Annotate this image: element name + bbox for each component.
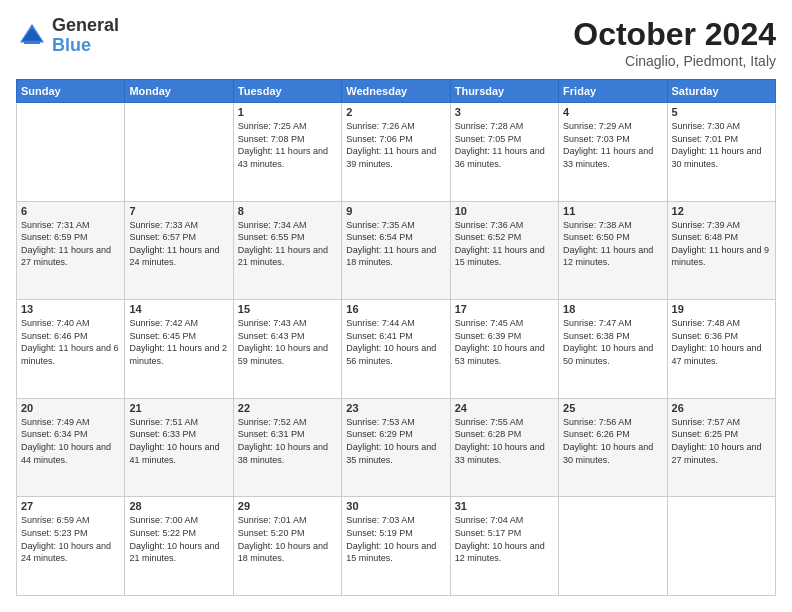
cell-info: Sunrise: 7:04 AM Sunset: 5:17 PM Dayligh… bbox=[455, 514, 554, 564]
calendar-cell bbox=[559, 497, 667, 596]
calendar-cell: 31Sunrise: 7:04 AM Sunset: 5:17 PM Dayli… bbox=[450, 497, 558, 596]
day-number: 31 bbox=[455, 500, 554, 512]
col-header-tuesday: Tuesday bbox=[233, 80, 341, 103]
calendar-cell: 17Sunrise: 7:45 AM Sunset: 6:39 PM Dayli… bbox=[450, 300, 558, 399]
calendar-cell: 22Sunrise: 7:52 AM Sunset: 6:31 PM Dayli… bbox=[233, 398, 341, 497]
cell-info: Sunrise: 7:29 AM Sunset: 7:03 PM Dayligh… bbox=[563, 120, 662, 170]
day-number: 8 bbox=[238, 205, 337, 217]
day-number: 23 bbox=[346, 402, 445, 414]
cell-info: Sunrise: 7:34 AM Sunset: 6:55 PM Dayligh… bbox=[238, 219, 337, 269]
day-number: 25 bbox=[563, 402, 662, 414]
calendar-week-row: 13Sunrise: 7:40 AM Sunset: 6:46 PM Dayli… bbox=[17, 300, 776, 399]
day-number: 19 bbox=[672, 303, 771, 315]
calendar-cell: 29Sunrise: 7:01 AM Sunset: 5:20 PM Dayli… bbox=[233, 497, 341, 596]
day-number: 27 bbox=[21, 500, 120, 512]
calendar-cell: 5Sunrise: 7:30 AM Sunset: 7:01 PM Daylig… bbox=[667, 103, 775, 202]
cell-info: Sunrise: 7:39 AM Sunset: 6:48 PM Dayligh… bbox=[672, 219, 771, 269]
calendar-cell: 20Sunrise: 7:49 AM Sunset: 6:34 PM Dayli… bbox=[17, 398, 125, 497]
cell-info: Sunrise: 6:59 AM Sunset: 5:23 PM Dayligh… bbox=[21, 514, 120, 564]
cell-info: Sunrise: 7:48 AM Sunset: 6:36 PM Dayligh… bbox=[672, 317, 771, 367]
day-number: 1 bbox=[238, 106, 337, 118]
logo-line1: General bbox=[52, 16, 119, 36]
calendar-cell bbox=[667, 497, 775, 596]
title-block: October 2024 Cinaglio, Piedmont, Italy bbox=[573, 16, 776, 69]
calendar-cell: 23Sunrise: 7:53 AM Sunset: 6:29 PM Dayli… bbox=[342, 398, 450, 497]
calendar-cell: 19Sunrise: 7:48 AM Sunset: 6:36 PM Dayli… bbox=[667, 300, 775, 399]
cell-info: Sunrise: 7:26 AM Sunset: 7:06 PM Dayligh… bbox=[346, 120, 445, 170]
cell-info: Sunrise: 7:53 AM Sunset: 6:29 PM Dayligh… bbox=[346, 416, 445, 466]
calendar-table: SundayMondayTuesdayWednesdayThursdayFrid… bbox=[16, 79, 776, 596]
day-number: 28 bbox=[129, 500, 228, 512]
day-number: 18 bbox=[563, 303, 662, 315]
day-number: 11 bbox=[563, 205, 662, 217]
cell-info: Sunrise: 7:33 AM Sunset: 6:57 PM Dayligh… bbox=[129, 219, 228, 269]
cell-info: Sunrise: 7:30 AM Sunset: 7:01 PM Dayligh… bbox=[672, 120, 771, 170]
cell-info: Sunrise: 7:56 AM Sunset: 6:26 PM Dayligh… bbox=[563, 416, 662, 466]
day-number: 4 bbox=[563, 106, 662, 118]
cell-info: Sunrise: 7:25 AM Sunset: 7:08 PM Dayligh… bbox=[238, 120, 337, 170]
col-header-monday: Monday bbox=[125, 80, 233, 103]
month-title: October 2024 bbox=[573, 16, 776, 53]
calendar-cell: 11Sunrise: 7:38 AM Sunset: 6:50 PM Dayli… bbox=[559, 201, 667, 300]
day-number: 7 bbox=[129, 205, 228, 217]
calendar-cell: 26Sunrise: 7:57 AM Sunset: 6:25 PM Dayli… bbox=[667, 398, 775, 497]
col-header-sunday: Sunday bbox=[17, 80, 125, 103]
day-number: 9 bbox=[346, 205, 445, 217]
calendar-cell: 4Sunrise: 7:29 AM Sunset: 7:03 PM Daylig… bbox=[559, 103, 667, 202]
day-number: 10 bbox=[455, 205, 554, 217]
day-number: 5 bbox=[672, 106, 771, 118]
calendar-cell: 24Sunrise: 7:55 AM Sunset: 6:28 PM Dayli… bbox=[450, 398, 558, 497]
day-number: 21 bbox=[129, 402, 228, 414]
cell-info: Sunrise: 7:57 AM Sunset: 6:25 PM Dayligh… bbox=[672, 416, 771, 466]
day-number: 6 bbox=[21, 205, 120, 217]
calendar-cell: 25Sunrise: 7:56 AM Sunset: 6:26 PM Dayli… bbox=[559, 398, 667, 497]
calendar-cell: 27Sunrise: 6:59 AM Sunset: 5:23 PM Dayli… bbox=[17, 497, 125, 596]
svg-rect-2 bbox=[24, 41, 40, 44]
cell-info: Sunrise: 7:40 AM Sunset: 6:46 PM Dayligh… bbox=[21, 317, 120, 367]
cell-info: Sunrise: 7:43 AM Sunset: 6:43 PM Dayligh… bbox=[238, 317, 337, 367]
calendar-cell: 3Sunrise: 7:28 AM Sunset: 7:05 PM Daylig… bbox=[450, 103, 558, 202]
calendar-cell: 14Sunrise: 7:42 AM Sunset: 6:45 PM Dayli… bbox=[125, 300, 233, 399]
cell-info: Sunrise: 7:31 AM Sunset: 6:59 PM Dayligh… bbox=[21, 219, 120, 269]
cell-info: Sunrise: 7:03 AM Sunset: 5:19 PM Dayligh… bbox=[346, 514, 445, 564]
day-number: 30 bbox=[346, 500, 445, 512]
calendar-week-row: 27Sunrise: 6:59 AM Sunset: 5:23 PM Dayli… bbox=[17, 497, 776, 596]
cell-info: Sunrise: 7:44 AM Sunset: 6:41 PM Dayligh… bbox=[346, 317, 445, 367]
col-header-thursday: Thursday bbox=[450, 80, 558, 103]
cell-info: Sunrise: 7:38 AM Sunset: 6:50 PM Dayligh… bbox=[563, 219, 662, 269]
cell-info: Sunrise: 7:49 AM Sunset: 6:34 PM Dayligh… bbox=[21, 416, 120, 466]
calendar-cell: 28Sunrise: 7:00 AM Sunset: 5:22 PM Dayli… bbox=[125, 497, 233, 596]
day-number: 22 bbox=[238, 402, 337, 414]
cell-info: Sunrise: 7:47 AM Sunset: 6:38 PM Dayligh… bbox=[563, 317, 662, 367]
calendar-week-row: 1Sunrise: 7:25 AM Sunset: 7:08 PM Daylig… bbox=[17, 103, 776, 202]
calendar-cell: 21Sunrise: 7:51 AM Sunset: 6:33 PM Dayli… bbox=[125, 398, 233, 497]
day-number: 14 bbox=[129, 303, 228, 315]
calendar-header-row: SundayMondayTuesdayWednesdayThursdayFrid… bbox=[17, 80, 776, 103]
calendar-week-row: 20Sunrise: 7:49 AM Sunset: 6:34 PM Dayli… bbox=[17, 398, 776, 497]
day-number: 13 bbox=[21, 303, 120, 315]
header: General Blue October 2024 Cinaglio, Pied… bbox=[16, 16, 776, 69]
col-header-wednesday: Wednesday bbox=[342, 80, 450, 103]
col-header-saturday: Saturday bbox=[667, 80, 775, 103]
calendar-cell: 1Sunrise: 7:25 AM Sunset: 7:08 PM Daylig… bbox=[233, 103, 341, 202]
calendar-cell: 10Sunrise: 7:36 AM Sunset: 6:52 PM Dayli… bbox=[450, 201, 558, 300]
logo-text: General Blue bbox=[52, 16, 119, 56]
cell-info: Sunrise: 7:45 AM Sunset: 6:39 PM Dayligh… bbox=[455, 317, 554, 367]
cell-info: Sunrise: 7:52 AM Sunset: 6:31 PM Dayligh… bbox=[238, 416, 337, 466]
logo-line2: Blue bbox=[52, 36, 119, 56]
col-header-friday: Friday bbox=[559, 80, 667, 103]
calendar-cell: 13Sunrise: 7:40 AM Sunset: 6:46 PM Dayli… bbox=[17, 300, 125, 399]
day-number: 29 bbox=[238, 500, 337, 512]
calendar-week-row: 6Sunrise: 7:31 AM Sunset: 6:59 PM Daylig… bbox=[17, 201, 776, 300]
cell-info: Sunrise: 7:35 AM Sunset: 6:54 PM Dayligh… bbox=[346, 219, 445, 269]
day-number: 15 bbox=[238, 303, 337, 315]
calendar-cell: 7Sunrise: 7:33 AM Sunset: 6:57 PM Daylig… bbox=[125, 201, 233, 300]
calendar-cell: 9Sunrise: 7:35 AM Sunset: 6:54 PM Daylig… bbox=[342, 201, 450, 300]
day-number: 20 bbox=[21, 402, 120, 414]
cell-info: Sunrise: 7:51 AM Sunset: 6:33 PM Dayligh… bbox=[129, 416, 228, 466]
calendar-cell bbox=[125, 103, 233, 202]
calendar-cell: 8Sunrise: 7:34 AM Sunset: 6:55 PM Daylig… bbox=[233, 201, 341, 300]
logo: General Blue bbox=[16, 16, 119, 56]
day-number: 3 bbox=[455, 106, 554, 118]
calendar-cell: 12Sunrise: 7:39 AM Sunset: 6:48 PM Dayli… bbox=[667, 201, 775, 300]
